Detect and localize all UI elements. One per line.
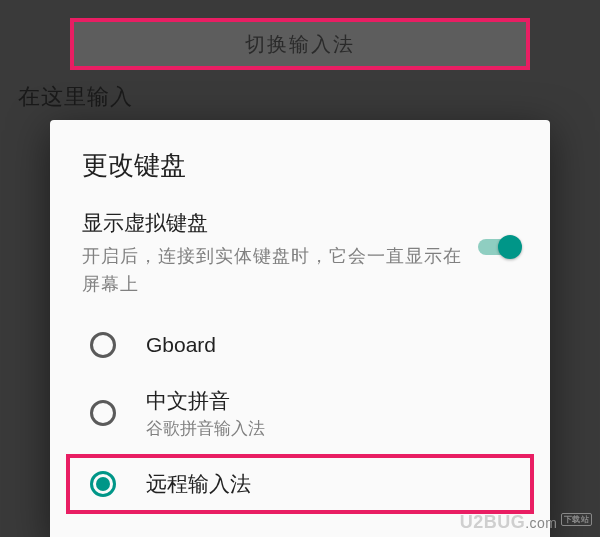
radio-icon-selected — [90, 471, 116, 497]
radio-label: 远程输入法 — [146, 470, 251, 498]
radio-text: Gboard — [146, 333, 216, 357]
virtual-keyboard-switch[interactable] — [476, 233, 522, 261]
radio-icon — [90, 332, 116, 358]
radio-label: 中文拼音 — [146, 387, 265, 415]
radio-text: 中文拼音 谷歌拼音输入法 — [146, 387, 265, 440]
radio-text: 远程输入法 — [146, 470, 251, 498]
ime-option-gboard[interactable]: Gboard — [58, 317, 542, 373]
ime-option-remote[interactable]: 远程输入法 — [66, 454, 534, 514]
toggle-description: 开启后，连接到实体键盘时，它会一直显示在屏幕上 — [82, 243, 476, 299]
toggle-text-block: 显示虚拟键盘 开启后，连接到实体键盘时，它会一直显示在屏幕上 — [82, 209, 476, 299]
radio-label: Gboard — [146, 333, 216, 357]
ime-option-chinese-pinyin[interactable]: 中文拼音 谷歌拼音输入法 — [58, 373, 542, 454]
show-virtual-keyboard-row[interactable]: 显示虚拟键盘 开启后，连接到实体键盘时，它会一直显示在屏幕上 — [58, 209, 542, 299]
toggle-label: 显示虚拟键盘 — [82, 209, 476, 237]
radio-sublabel: 谷歌拼音输入法 — [146, 417, 265, 440]
input-placeholder-text[interactable]: 在这里输入 — [18, 82, 600, 112]
switch-ime-button[interactable]: 切换输入法 — [70, 18, 530, 70]
radio-icon — [90, 400, 116, 426]
watermark: U2BUG .com 下载站 — [460, 512, 592, 533]
watermark-domain: .com — [525, 515, 557, 531]
dialog-title: 更改键盘 — [82, 148, 542, 183]
switch-ime-label: 切换输入法 — [245, 31, 355, 58]
switch-thumb — [498, 235, 522, 259]
change-keyboard-dialog: 更改键盘 显示虚拟键盘 开启后，连接到实体键盘时，它会一直显示在屏幕上 Gboa… — [50, 120, 550, 537]
watermark-site: U2BUG — [460, 512, 526, 533]
ime-radio-list: Gboard 中文拼音 谷歌拼音输入法 远程输入法 — [58, 317, 542, 514]
watermark-tag: 下载站 — [561, 513, 593, 526]
